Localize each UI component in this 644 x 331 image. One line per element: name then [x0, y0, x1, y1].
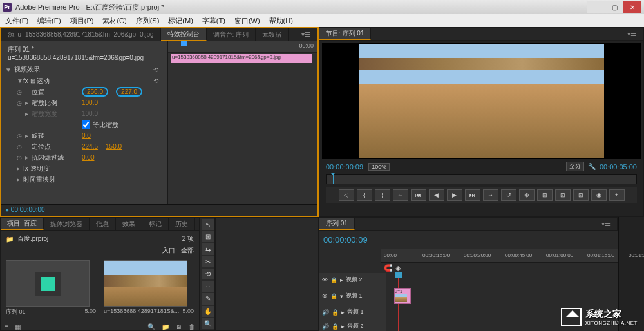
timeline-timecode[interactable]: 00:00:00:09 — [323, 235, 368, 245]
menu-window[interactable]: 窗口(W) — [234, 16, 260, 26]
section-video-effects[interactable]: 视频效果 — [14, 65, 40, 74]
maximize-button[interactable]: ▢ — [605, 1, 623, 13]
track-select-tool[interactable]: ⊞ — [202, 231, 214, 242]
track-video2-lane[interactable] — [386, 273, 618, 287]
transport-controls: ◁ { } ← ⏮ ◀ ▶ ⏭ → ↺ ⊕ ⊟ ⊡ ⊡ ◉ — [326, 187, 637, 203]
loop-button[interactable]: ↺ — [501, 189, 516, 201]
marker-icon[interactable]: ◈ — [395, 264, 401, 272]
snapshot-button[interactable]: ◉ — [591, 189, 607, 201]
tab-info[interactable]: 信息 — [90, 218, 116, 230]
ripple-tool[interactable]: ⇆ — [202, 243, 214, 254]
settings-icon[interactable]: 🔧 — [588, 163, 596, 170]
tab-source[interactable]: 源: u=1538368858,4289171815&fm=206&gp=0.j… — [1, 28, 161, 41]
menu-title[interactable]: 字幕(T) — [202, 16, 225, 26]
selection-tool[interactable]: ↖ — [202, 219, 214, 230]
panel-menu-icon[interactable]: ▾☰ — [621, 28, 643, 40]
menu-edit[interactable]: 编辑(E) — [37, 16, 61, 26]
position-y[interactable]: 227.0 — [116, 87, 142, 97]
menu-sequence[interactable]: 序列(S) — [136, 16, 160, 26]
fx-opacity[interactable]: 透明度 — [30, 165, 50, 172]
watermark: 系统之家 XITONGZHIJIA.NET — [561, 308, 638, 326]
icon-view-icon[interactable]: ▦ — [15, 323, 21, 330]
pen-tool[interactable]: ✎ — [202, 293, 214, 304]
scale-value[interactable]: 100.0 — [82, 99, 98, 106]
snap-icon[interactable]: 🧲 — [384, 264, 393, 272]
program-timecode-current[interactable]: 00:00:00:09 — [326, 163, 363, 171]
new-item-icon[interactable]: 🗎 — [176, 323, 182, 330]
play-reverse-button[interactable]: ◀ — [429, 189, 444, 201]
list-view-icon[interactable]: ≡ — [5, 323, 8, 330]
track-audio1-header[interactable]: 🔊🔒▸音频 1 — [319, 305, 386, 319]
panel-menu-icon[interactable]: ▾☰ — [295, 28, 317, 41]
mark-in-button[interactable]: ◁ — [339, 189, 354, 201]
effect-playhead-line — [184, 53, 184, 220]
prev-button[interactable]: ⏮ — [411, 189, 426, 201]
next-button[interactable]: ⏭ — [465, 189, 480, 201]
go-to-in-button[interactable]: } — [375, 189, 390, 201]
extract-button[interactable]: ⊟ — [537, 189, 553, 201]
fx-time-remap[interactable]: 时间重映射 — [23, 176, 55, 183]
add-button[interactable]: + — [609, 189, 625, 201]
safe-margins-button[interactable]: ⊡ — [573, 189, 589, 201]
anchor-x[interactable]: 224.5 — [82, 143, 98, 150]
tab-program[interactable]: 节目: 序列 01 — [319, 28, 371, 40]
clip-header: 序列 01 * u=1538368858,4289171815&fm=206&g… — [5, 44, 164, 64]
anchor-y[interactable]: 150.0 — [106, 143, 122, 150]
rotation-value[interactable]: 0.0 — [82, 132, 91, 139]
mark-out-button[interactable]: { — [357, 189, 372, 201]
tab-effects-lib[interactable]: 效果 — [116, 218, 142, 230]
tab-sequence[interactable]: 序列 01 — [319, 218, 355, 230]
zoom-tool[interactable]: 🔍 — [202, 318, 214, 329]
lift-button[interactable]: ⊕ — [519, 189, 535, 201]
menu-marker[interactable]: 标记(M) — [168, 16, 193, 26]
panel-menu-icon[interactable]: ▾☰ — [595, 218, 618, 230]
minimize-button[interactable]: — — [587, 1, 605, 13]
reset-icon[interactable]: ⟲ — [153, 77, 158, 84]
effect-timeline[interactable]: 00:00 u=1538368858,4289171815&fm=206&gp=… — [167, 41, 317, 204]
trash-icon[interactable]: 🗑 — [189, 323, 195, 330]
tab-metadata[interactable]: 元数据 — [256, 28, 289, 41]
track-audio2-header[interactable]: 🔊🔒▸音频 2 — [319, 319, 386, 331]
program-video-display[interactable] — [322, 43, 641, 159]
step-back-button[interactable]: ← — [393, 189, 408, 201]
track-video1-lane[interactable]: u=1 — [386, 287, 618, 305]
tab-history[interactable]: 历史 — [169, 218, 195, 230]
zoom-dropdown[interactable]: 100% — [368, 163, 390, 171]
new-bin-icon[interactable]: 📁 — [162, 323, 169, 330]
slide-tool[interactable]: ↔ — [202, 281, 214, 292]
hand-tool[interactable]: ✋ — [202, 306, 214, 317]
uniform-scale-checkbox[interactable] — [82, 120, 90, 129]
tab-audio-mixer[interactable]: 调音台: 序列 — [207, 28, 256, 41]
razor-tool[interactable]: ✂ — [202, 256, 214, 267]
tab-media-browser[interactable]: 媒体浏览器 — [44, 218, 90, 230]
menu-file[interactable]: 文件(F) — [5, 16, 28, 26]
tab-effect-controls[interactable]: 特效控制台 — [161, 28, 207, 41]
play-button[interactable]: ▶ — [447, 189, 462, 201]
menu-project[interactable]: 项目(P) — [70, 16, 94, 26]
bin-item-sequence[interactable]: 序列 015:00 — [6, 260, 96, 316]
position-x[interactable]: 256.0 — [82, 87, 108, 97]
intro-filter[interactable]: 全部 — [181, 246, 194, 255]
effect-properties: 序列 01 * u=1538368858,4289171815&fm=206&g… — [1, 41, 167, 204]
bin-item-image[interactable]: u=15383688,428917181S&...5:00 — [104, 260, 194, 316]
menu-help[interactable]: 帮助(H) — [269, 16, 293, 26]
fit-dropdown[interactable]: 全分 — [566, 162, 584, 171]
timeline-ruler[interactable]: 00:00 00:00:15:00 00:00:30:00 00:00:45:0… — [381, 249, 618, 263]
find-icon[interactable]: 🔍 — [147, 323, 155, 330]
track-video2-header[interactable]: 👁🔒▸视频 2 — [319, 273, 386, 287]
tab-markers[interactable]: 标记 — [142, 218, 169, 230]
track-video1-header[interactable]: 👁🔒▾视频 1 — [319, 287, 386, 305]
timeline-clip[interactable]: u=1 — [394, 288, 411, 304]
flicker-value[interactable]: 0.00 — [82, 154, 94, 161]
reset-icon[interactable]: ⟲ — [153, 66, 158, 73]
program-scrubber[interactable] — [326, 174, 637, 184]
menu-clip[interactable]: 素材(C) — [102, 16, 126, 26]
slip-tool[interactable]: ⟲ — [202, 269, 214, 279]
step-fwd-button[interactable]: → — [483, 189, 498, 201]
close-button[interactable]: ✕ — [623, 1, 641, 13]
fx-motion[interactable]: 运动 — [37, 77, 50, 84]
document-path: E:\百度经验\百度.prproj * — [86, 3, 164, 12]
effect-clip-bar[interactable]: u=1538368858,4289171815&fm=206&gp=0.jpg — [171, 54, 312, 63]
tab-project[interactable]: 项目: 百度 — [1, 218, 44, 230]
export-frame-button[interactable]: ⊡ — [555, 189, 571, 201]
